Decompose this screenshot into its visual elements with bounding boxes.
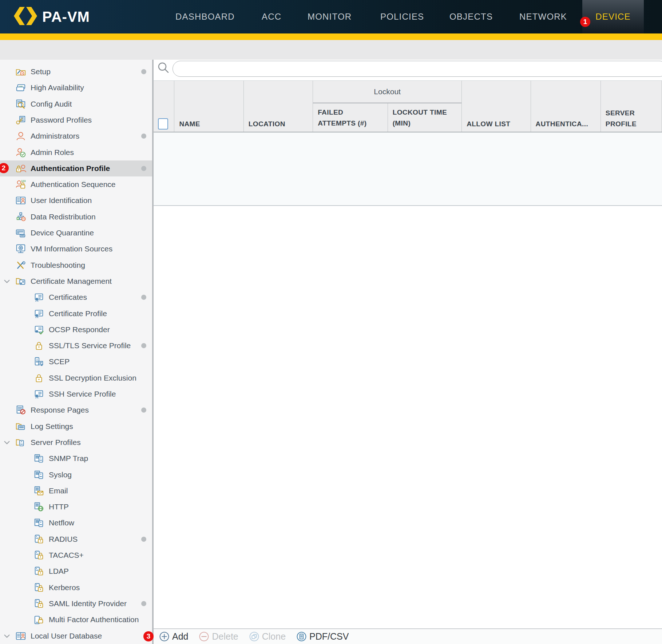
brand-logo: PA-VM bbox=[14, 0, 90, 33]
sidebar-item-label: Log Settings bbox=[31, 422, 73, 431]
tab-device[interactable]: DEVICE bbox=[582, 0, 644, 33]
sidebar-item-authentication-profile[interactable]: Authentication Profile bbox=[0, 160, 152, 176]
scep-icon bbox=[33, 356, 44, 367]
column-header-failed-attempts[interactable]: FAILEDATTEMPTS (#) bbox=[313, 103, 388, 132]
sidebar-item-ldap[interactable]: LDAP bbox=[0, 563, 152, 579]
server-lock-icon bbox=[33, 566, 44, 577]
sidebar-item-netflow[interactable]: Netflow bbox=[0, 515, 152, 531]
sidebar-item-authentication-sequence[interactable]: 123Authentication Sequence bbox=[0, 176, 152, 192]
sidebar-item-multi-factor-authentication[interactable]: Multi Factor Authentication bbox=[0, 612, 152, 628]
sidebar-item-http[interactable]: HTTP bbox=[0, 499, 152, 515]
chevron-down-icon[interactable] bbox=[3, 438, 11, 446]
chevron-down-icon[interactable] bbox=[3, 632, 11, 640]
sidebar-item-label: VM Information Sources bbox=[31, 245, 112, 253]
palo-alto-logo-icon bbox=[14, 7, 37, 27]
sidebar-item-email[interactable]: Email bbox=[0, 483, 152, 499]
sidebar-item-label: HTTP bbox=[49, 502, 69, 511]
certificate-icon bbox=[33, 308, 44, 319]
column-header-authentication[interactable]: AUTHENTICA... bbox=[531, 81, 601, 132]
column-header-name[interactable]: NAME bbox=[174, 81, 243, 132]
toolbar-button-label: Delete bbox=[212, 631, 238, 642]
column-header-location[interactable]: LOCATION bbox=[244, 81, 313, 132]
column-header-allow-list[interactable]: ALLOW LIST bbox=[462, 81, 531, 132]
sidebar-item-label: Certificate Profile bbox=[49, 309, 107, 318]
sidebar-item-label: Certificate Management bbox=[31, 277, 112, 286]
add-circle-icon bbox=[159, 632, 169, 641]
sidebar-item-user-identification[interactable]: User Identification bbox=[0, 192, 152, 208]
sidebar-item-label: SSH Service Profile bbox=[49, 390, 116, 398]
sidebar-item-setup[interactable]: Setup bbox=[0, 64, 152, 80]
ocsp-responder-icon bbox=[33, 324, 44, 335]
sidebar-item-administrators[interactable]: Administrators bbox=[0, 128, 152, 144]
sidebar-item-password-profiles[interactable]: Password Profiles bbox=[0, 112, 152, 128]
sidebar-item-log-settings[interactable]: Log Settings bbox=[0, 418, 152, 434]
tab-monitor[interactable]: MONITOR bbox=[308, 0, 352, 33]
secondary-toolbar-band bbox=[0, 40, 662, 60]
sidebar-item-data-redistribution[interactable]: Data Redistribution bbox=[0, 209, 152, 225]
tab-policies[interactable]: POLICIES bbox=[380, 0, 424, 33]
config-status-dot bbox=[141, 166, 146, 171]
tab-dashboard[interactable]: DASHBOARD bbox=[175, 0, 235, 33]
sidebar-item-saml-identity-provider[interactable]: SAML Identity Provider bbox=[0, 596, 152, 612]
sidebar-item-radius[interactable]: RADIUS bbox=[0, 531, 152, 547]
sidebar-item-label: Server Profiles bbox=[31, 438, 81, 447]
column-header-server-profile[interactable]: SERVERPROFILE bbox=[601, 81, 662, 132]
server-doc-icon bbox=[33, 453, 44, 464]
sidebar-item-certificates[interactable]: Certificates bbox=[0, 289, 152, 305]
sidebar-item-snmp-trap[interactable]: SNMP Trap bbox=[0, 450, 152, 466]
main-content: NAMELOCATIONLockoutFAILEDATTEMPTS (#)LOC… bbox=[154, 60, 662, 644]
table-header: NAMELOCATIONLockoutFAILEDATTEMPTS (#)LOC… bbox=[154, 81, 662, 132]
sidebar-item-response-pages[interactable]: Response Pages bbox=[0, 402, 152, 418]
server-profiles-icon bbox=[15, 437, 26, 448]
tab-objects[interactable]: OBJECTS bbox=[449, 0, 493, 33]
sidebar-item-vm-information-sources[interactable]: VM Information Sources bbox=[0, 241, 152, 257]
vm-information-sources-icon bbox=[15, 243, 26, 254]
sidebar-item-config-audit[interactable]: Config Audit bbox=[0, 96, 152, 112]
sidebar-item-label: Administrators bbox=[31, 132, 79, 140]
sidebar-item-troubleshooting[interactable]: Troubleshooting bbox=[0, 257, 152, 273]
sidebar-item-label: User Identification bbox=[31, 196, 92, 205]
tab-acc[interactable]: ACC bbox=[262, 0, 281, 33]
sidebar-item-label: SNMP Trap bbox=[49, 454, 88, 463]
server-lock-icon bbox=[33, 534, 44, 545]
config-audit-icon bbox=[15, 99, 26, 110]
sidebar-item-label: High Availability bbox=[31, 83, 84, 92]
server-lock-icon bbox=[33, 550, 44, 561]
sidebar-item-high-availability[interactable]: High Availability bbox=[0, 80, 152, 96]
certificate-management-icon bbox=[15, 276, 26, 287]
sidebar-item-label: Email bbox=[49, 486, 68, 495]
search-input[interactable] bbox=[173, 61, 662, 77]
column-header-lockout-time[interactable]: LOCKOUT TIME(MIN) bbox=[388, 103, 462, 132]
toolbar-button-label: Add bbox=[172, 631, 188, 642]
sidebar-item-admin-roles[interactable]: Admin Roles bbox=[0, 144, 152, 160]
sidebar-item-label: SAML Identity Provider bbox=[49, 599, 127, 608]
chevron-down-icon[interactable] bbox=[3, 277, 11, 285]
sidebar-item-ssl-decryption-exclusion[interactable]: SSL Decryption Exclusion bbox=[0, 370, 152, 386]
sidebar-item-local-user-database[interactable]: Local User Database bbox=[0, 628, 152, 644]
column-header-select bbox=[154, 81, 174, 132]
server-doc-icon bbox=[33, 517, 44, 528]
sidebar-item-ssl-tls-service-profile[interactable]: SSL/TLS Service Profile bbox=[0, 338, 152, 354]
sidebar-item-certificate-profile[interactable]: Certificate Profile bbox=[0, 306, 152, 322]
top-navigation-bar: PA-VM DASHBOARDACCMONITORPOLICIESOBJECTS… bbox=[0, 0, 662, 33]
sidebar-item-label: Config Audit bbox=[31, 100, 72, 108]
sidebar-item-tacacs[interactable]: TACACS+ bbox=[0, 547, 152, 563]
sidebar-item-label: Authentication Sequence bbox=[31, 180, 116, 189]
setup-icon bbox=[15, 66, 26, 77]
sidebar-item-kerberos[interactable]: Kerberos bbox=[0, 580, 152, 596]
minus-circle-icon bbox=[199, 632, 209, 641]
pdf-csv-button[interactable]: PDF/CSV bbox=[297, 631, 349, 642]
high-availability-icon bbox=[15, 82, 26, 93]
add-button[interactable]: Add bbox=[159, 631, 188, 642]
sidebar-item-ssh-service-profile[interactable]: SSH Service Profile bbox=[0, 386, 152, 402]
authentication-sequence-icon: 123 bbox=[15, 179, 26, 190]
sidebar-item-label: Password Profiles bbox=[31, 116, 92, 124]
tab-network[interactable]: NETWORK bbox=[519, 0, 567, 33]
sidebar-item-certificate-management[interactable]: Certificate Management bbox=[0, 273, 152, 289]
sidebar-item-device-quarantine[interactable]: Device Quarantine bbox=[0, 225, 152, 241]
select-all-checkbox[interactable] bbox=[158, 118, 168, 130]
sidebar-item-syslog[interactable]: Syslog bbox=[0, 467, 152, 483]
sidebar-item-server-profiles[interactable]: Server Profiles bbox=[0, 434, 152, 450]
sidebar-item-scep[interactable]: SCEP bbox=[0, 354, 152, 370]
sidebar-item-ocsp-responder[interactable]: OCSP Responder bbox=[0, 322, 152, 338]
